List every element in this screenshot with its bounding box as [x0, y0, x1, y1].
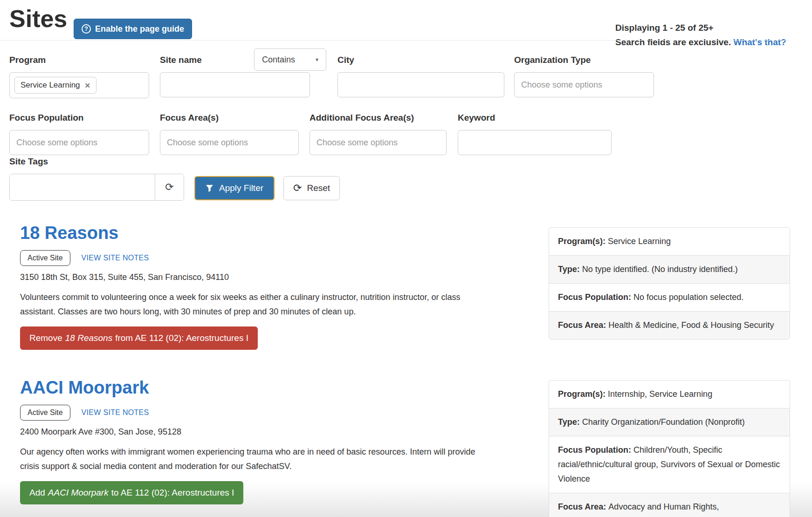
apply-filter-label: Apply Filter [219, 183, 263, 193]
site-name-italic: AACI Moorpark [48, 488, 109, 498]
keyword-input[interactable] [458, 130, 612, 155]
city-filter-group: City [337, 55, 504, 97]
organization-type-input[interactable] [514, 72, 654, 97]
site-address: 2400 Moorpark Ave #300, San Jose, 95128 [20, 427, 491, 437]
view-site-notes-link[interactable]: VIEW SITE NOTES [82, 254, 149, 262]
guide-button-label: Enable the page guide [95, 24, 184, 34]
apply-filter-button[interactable]: Apply Filter [194, 176, 275, 200]
filter-icon [206, 184, 213, 192]
site-result: AACI Moorpark Active Site VIEW SITE NOTE… [20, 377, 491, 504]
focus-areas-filter-group: Focus Area(s) [160, 113, 299, 155]
focus-areas-label: Focus Area(s) [160, 113, 299, 123]
question-circle-icon: ? [82, 24, 91, 34]
page-title: Sites [9, 4, 67, 34]
status-badge: Active Site [20, 250, 70, 266]
detail-row: Focus Area:Advocacy and Human Rights, [549, 493, 790, 517]
site-tags-label: Site Tags [9, 156, 184, 167]
site-details-panel: Program(s):Internship, Service Learning … [549, 380, 790, 517]
city-label: City [337, 55, 504, 65]
exclusive-note: Search fields are exclusive. [615, 37, 731, 47]
refresh-tags-button[interactable]: ⟳ [155, 174, 184, 200]
remove-site-button[interactable]: Remove18 Reasonsfrom AE 112 (02): Aerost… [20, 327, 258, 350]
program-label: Program [9, 55, 149, 65]
site-tags-input[interactable] [10, 174, 155, 200]
site-address: 3150 18th St, Box 315, Suite 455, San Fr… [20, 272, 491, 282]
refresh-icon: ⟳ [293, 183, 302, 193]
enable-page-guide-button[interactable]: ? Enable the page guide [74, 19, 192, 39]
header-divider [0, 40, 789, 41]
additional-focus-areas-label: Additional Focus Area(s) [310, 113, 447, 123]
detail-row: Type:Charity Organization/Foundation (No… [549, 408, 790, 436]
site-name-label: Site name [160, 55, 310, 65]
refresh-icon: ⟳ [165, 182, 173, 192]
city-input[interactable] [337, 72, 504, 97]
site-name-input[interactable] [160, 72, 310, 97]
caret-down-icon: ▾ [316, 56, 318, 63]
program-filter-group: Program Service Learning ✕ [9, 55, 149, 98]
site-result: 18 Reasons Active Site VIEW SITE NOTES 3… [20, 223, 491, 350]
detail-row: Focus Area:Health & Medicine, Food & Hou… [549, 311, 790, 339]
site-description: Our agency often works with immigrant wo… [20, 445, 486, 474]
site-name-link[interactable]: 18 Reasons [20, 223, 491, 243]
detail-row: Program(s):Service Learning [549, 228, 790, 255]
status-badge: Active Site [20, 405, 70, 421]
result-count: Displaying 1 - 25 of 25+ [615, 20, 786, 35]
organization-type-label: Organization Type [514, 55, 654, 65]
detail-row: Program(s):Internship, Service Learning [549, 381, 790, 408]
keyword-filter-group: Keyword [458, 113, 612, 155]
focus-areas-input[interactable] [160, 130, 299, 155]
focus-population-input[interactable] [9, 130, 149, 155]
site-name-link[interactable]: AACI Moorpark [20, 377, 491, 398]
additional-focus-areas-filter-group: Additional Focus Area(s) [310, 113, 447, 155]
site-tags-filter-group: Site Tags ⟳ [9, 156, 184, 201]
keyword-label: Keyword [458, 113, 612, 123]
focus-population-label: Focus Population [9, 113, 149, 123]
reset-label: Reset [307, 183, 330, 193]
focus-population-filter-group: Focus Population [9, 113, 149, 155]
detail-row: Type:No type identified. (No industry id… [549, 255, 790, 283]
detail-row: Focus Population:Children/Youth, Specifi… [549, 436, 790, 493]
program-multiselect[interactable]: Service Learning ✕ [9, 72, 149, 98]
program-selected-tag: Service Learning ✕ [14, 77, 96, 94]
add-site-button[interactable]: AddAACI Moorparkto AE 112 (02): Aerostru… [20, 481, 243, 504]
whats-that-link[interactable]: What's that? [734, 37, 786, 47]
site-name-filter-group: Site name [160, 55, 310, 97]
detail-row: Focus Population:No focus population sel… [549, 283, 790, 311]
site-details-panel: Program(s):Service Learning Type:No type… [549, 227, 790, 340]
reset-button[interactable]: ⟳ Reset [283, 176, 340, 200]
results-summary: Displaying 1 - 25 of 25+ Search fields a… [615, 20, 786, 49]
view-site-notes-link[interactable]: VIEW SITE NOTES [82, 408, 149, 417]
organization-type-filter-group: Organization Type [514, 55, 654, 97]
site-name-italic: 18 Reasons [65, 333, 112, 343]
remove-tag-icon[interactable]: ✕ [85, 82, 91, 89]
site-description: Volunteers commit to volunteering once a… [20, 290, 486, 319]
additional-focus-areas-input[interactable] [310, 130, 447, 155]
